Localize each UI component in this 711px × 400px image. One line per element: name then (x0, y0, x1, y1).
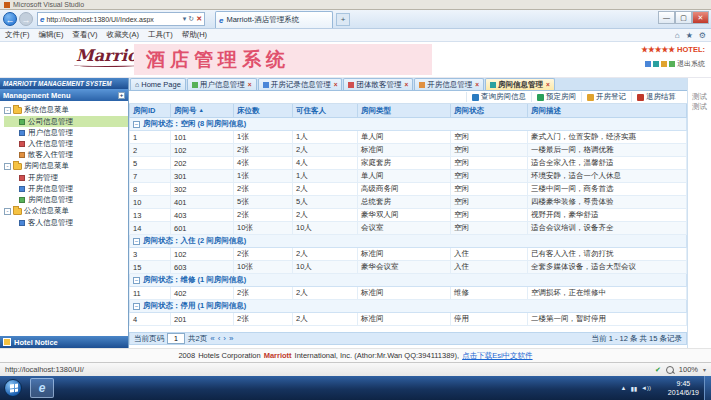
menu-item[interactable]: 工具(T) (148, 30, 173, 40)
table-cell: 四楼豪华装修，尊贵体验 (528, 196, 687, 209)
table-row[interactable]: 114022张2人标准间维修空调损坏，正在维修中 (130, 287, 687, 300)
table-row[interactable]: 21022张2人标准间空闲一楼最后一间，格调优雅 (130, 144, 687, 157)
sidebar-item[interactable]: 公司信息管理 (4, 116, 128, 127)
browser-tab[interactable]: e Marriott-酒店管理系统 (215, 11, 333, 28)
sidebar-item[interactable]: 开房管理 (4, 172, 128, 183)
column-header[interactable]: 房间ID (130, 104, 171, 118)
tab-close-icon[interactable]: × (475, 81, 479, 88)
group-row[interactable]: −房间状态：入住 (2 间房间信息) (130, 235, 687, 248)
new-tab-button[interactable]: + (336, 13, 350, 26)
refresh-icon[interactable]: ↻ (188, 15, 194, 23)
menu-item[interactable]: 查看(V) (73, 30, 98, 40)
sidebar-item[interactable]: 开房信息管理 (4, 183, 128, 194)
hotel-notice-bar[interactable]: Hotel Notice (0, 336, 129, 348)
address-url[interactable]: http://localhost:1380/UI/Index.aspx (46, 16, 180, 23)
tab-close-icon[interactable]: × (404, 81, 408, 88)
tab[interactable]: ⌂Home Page (130, 78, 186, 90)
tab-close-icon[interactable]: × (334, 81, 338, 88)
table-row[interactable]: 83022张2人高级商务间空闲三楼中间一间，商务首选 (130, 183, 687, 196)
network-icon[interactable]: ▮▮ (630, 385, 637, 392)
zoom-magnifier-icon[interactable] (666, 366, 674, 374)
menu-item[interactable]: 编辑(E) (39, 30, 64, 40)
collapse-icon[interactable]: − (133, 238, 140, 245)
table-row[interactable]: 31022张2人标准间入住已有客人入住，请勿打扰 (130, 248, 687, 261)
zoom-level[interactable]: 100% (679, 365, 698, 374)
page-icon (490, 82, 496, 88)
toolbar-button[interactable]: 退房结算 (631, 92, 681, 102)
collapse-icon[interactable]: - (4, 208, 11, 215)
download-link[interactable]: 点击下载Esi中文软件 (462, 351, 532, 361)
sidebar-item[interactable]: 客人信息管理 (4, 217, 128, 228)
column-header[interactable]: 床位数 (234, 104, 293, 118)
table-cell: 空闲 (451, 222, 528, 235)
column-header[interactable]: 房间描述 (528, 104, 687, 118)
column-header[interactable]: 可住客人 (293, 104, 358, 118)
logout-link[interactable]: 退出系统 (677, 59, 705, 69)
collapse-icon[interactable]: − (133, 121, 140, 128)
tools-gear-icon[interactable]: ⚙ (699, 31, 706, 40)
tab-close-icon[interactable]: × (248, 81, 252, 88)
table-row[interactable]: 52024张4人家庭套房空闲适合全家入住，温馨舒适 (130, 157, 687, 170)
first-page-icon[interactable]: « (210, 335, 214, 343)
menu-item[interactable]: 帮助(H) (182, 30, 207, 40)
close-button[interactable]: ✕ (692, 11, 709, 24)
sidebar-item[interactable]: 用户信息管理 (4, 127, 128, 138)
collapse-icon[interactable]: − (133, 303, 140, 310)
sidebar-item[interactable]: 散客入住管理 (4, 149, 128, 160)
table-row[interactable]: 11011张1人单人间空闲豪式入门，位置安静，经济实惠 (130, 131, 687, 144)
tab[interactable]: 开房信息管理× (414, 78, 484, 90)
table-row[interactable]: 42012张2人标准间停用二楼第一间，暂时停用 (130, 313, 687, 326)
tab[interactable]: 团体散客管理× (343, 78, 413, 90)
tree-group[interactable]: -系统信息菜单 (4, 104, 128, 116)
start-button[interactable] (4, 379, 22, 397)
home-icon[interactable]: ⌂ (675, 31, 680, 40)
expand-icon[interactable]: + (118, 92, 125, 99)
table-row[interactable]: 104015张5人总统套房空闲四楼豪华装修，尊贵体验 (130, 196, 687, 209)
tab-close-icon[interactable]: × (546, 81, 550, 88)
last-page-icon[interactable]: » (229, 335, 233, 343)
column-header[interactable]: 房间类型 (358, 104, 451, 118)
table-row[interactable]: 1460110张10人会议室空闲适合会议培训，设备齐全 (130, 222, 687, 235)
address-dropdown-icon[interactable]: ▾ (183, 15, 187, 23)
toolbar-button[interactable]: 查询房间信息 (466, 92, 531, 102)
tree-group[interactable]: -房间信息菜单 (4, 160, 128, 172)
next-page-icon[interactable]: › (223, 335, 226, 343)
forward-button[interactable]: → (19, 12, 33, 26)
column-header[interactable]: 房间号▲ (171, 104, 234, 118)
menu-item[interactable]: 收藏夹(A) (107, 30, 140, 40)
tray-up-icon[interactable]: ▲ (621, 385, 627, 391)
table-row[interactable]: 134032张2人豪华双人间空闲视野开阔，豪华舒适 (130, 209, 687, 222)
back-button[interactable]: ← (3, 12, 17, 26)
table-cell: 标准间 (358, 287, 451, 300)
zoom-dropdown-icon[interactable]: ▾ (703, 366, 706, 373)
address-bar[interactable]: e http://localhost:1380/UI/Index.aspx ▾ … (37, 12, 205, 26)
favorites-star-icon[interactable]: ★ (686, 31, 693, 40)
stop-icon[interactable]: ✕ (196, 15, 202, 23)
sidebar-item[interactable]: 入住信息管理 (4, 138, 128, 149)
tree-group[interactable]: -公众信息菜单 (4, 205, 128, 217)
table-row[interactable]: 1560310张10人豪华会议室入住全套多媒体设备，适合大型会议 (130, 261, 687, 274)
ie-taskbar-icon[interactable]: e (30, 378, 54, 398)
tab[interactable]: 房间信息管理× (485, 78, 555, 90)
collapse-icon[interactable]: - (4, 107, 11, 114)
maximize-button[interactable]: ▢ (675, 11, 692, 24)
page-input[interactable] (167, 333, 185, 344)
menu-item[interactable]: 文件(F) (5, 30, 30, 40)
collapse-icon[interactable]: − (133, 277, 140, 284)
collapse-icon[interactable]: - (4, 163, 11, 170)
column-header[interactable]: 房间状态 (451, 104, 528, 118)
toolbar-button[interactable]: 预定房间 (531, 92, 581, 102)
group-row[interactable]: −房间状态：维修 (1 间房间信息) (130, 274, 687, 287)
background-window[interactable]: Microsoft Visual Studio (0, 0, 711, 10)
group-row[interactable]: −房间状态：停用 (1 间房间信息) (130, 300, 687, 313)
prev-page-icon[interactable]: ‹ (218, 335, 221, 343)
show-desktop-button[interactable] (704, 376, 711, 400)
tab[interactable]: 用户信息管理× (187, 78, 257, 90)
volume-icon[interactable]: ◄)) (641, 385, 651, 391)
toolbar-button[interactable]: 开房登记 (581, 92, 631, 102)
table-row[interactable]: 73011张1人单人间空闲环境安静，适合一个人休息 (130, 170, 687, 183)
minimize-button[interactable]: — (658, 11, 675, 24)
sidebar-item[interactable]: 房间信息管理 (4, 194, 128, 205)
group-row[interactable]: −房间状态：空闲 (8 间房间信息) (130, 118, 687, 131)
tab[interactable]: 开房记录信息管理× (258, 78, 343, 90)
